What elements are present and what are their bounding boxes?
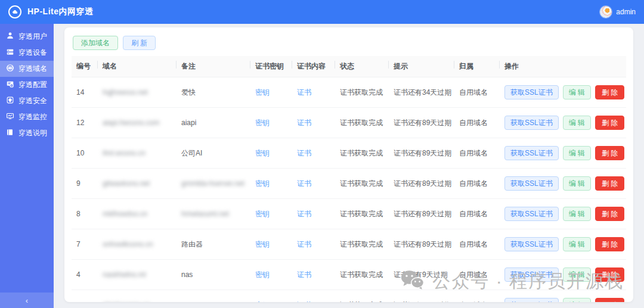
cell-id: 12 — [72, 108, 98, 138]
delete-button[interactable]: 删 除 — [595, 176, 624, 191]
cell-domain: mklhswdso.cn — [98, 199, 177, 229]
edit-button[interactable]: 编 辑 — [563, 298, 591, 302]
sidebar-collapse-button[interactable]: ‹ — [0, 293, 54, 308]
cell-tip: 证书还有89天过期 — [389, 169, 454, 199]
cert-key-link[interactable]: 密钥 — [255, 301, 270, 303]
row-actions: 获取SSL证书 编 辑 删 除 — [504, 116, 621, 130]
cert-key-link[interactable]: 密钥 — [255, 240, 270, 248]
col-tip: 提示 — [389, 56, 454, 77]
col-cert-key: 证书密钥 — [250, 56, 292, 77]
cert-content-link[interactable]: 证书 — [297, 149, 311, 157]
user-icon — [6, 32, 14, 42]
sidebar-item-security[interactable]: 穿透安全 — [0, 93, 54, 109]
sidebar-item-domains[interactable]: 穿透域名 — [0, 61, 54, 77]
row-actions: 获取SSL证书 编 辑 删 除 — [504, 146, 621, 160]
cert-content-link[interactable]: 证书 — [297, 179, 311, 188]
cell-domain: naskhwlno.ml — [98, 260, 177, 290]
cell-id: 8 — [72, 199, 98, 229]
app-header: HP-Lite内网穿透 admin — [0, 0, 644, 24]
wechat-icon — [399, 269, 425, 294]
username-label: admin — [616, 8, 636, 16]
sidebar-item-docs[interactable]: 穿透说明 — [0, 125, 54, 141]
cell-remark: qb — [177, 290, 250, 303]
sidebar-item-devices[interactable]: 穿透设备 — [0, 45, 54, 61]
delete-button[interactable]: 删 除 — [595, 237, 624, 251]
app-logo-icon — [8, 5, 21, 18]
cell-status: 证书获取完成 — [335, 260, 389, 290]
cell-remark: hmwlasuml.net — [177, 199, 250, 229]
edit-button[interactable]: 编 辑 — [563, 176, 591, 191]
edit-button[interactable]: 编 辑 — [563, 85, 591, 99]
col-id: 编号 — [72, 56, 98, 77]
cell-status: 证书获取完成 — [335, 169, 389, 199]
cell-status: 证书获取完成 — [335, 229, 389, 260]
col-owner: 归属 — [454, 56, 500, 77]
table-row: 14 hqjhxwsso.net 爱快 密钥 证书 证书获取完成 证书还有34天… — [72, 77, 626, 108]
edit-button[interactable]: 编 辑 — [563, 116, 591, 130]
edit-button[interactable]: 编 辑 — [563, 207, 591, 221]
cell-remark: 路由器 — [177, 229, 250, 260]
add-domain-button[interactable]: 添加域名 — [73, 36, 118, 50]
cell-remark: 爱快 — [177, 77, 250, 108]
cell-status: 证书获取完成 — [335, 108, 389, 138]
table-row: 12 aiapi.hwssno.com aiapi 密钥 证书 证书获取完成 证… — [72, 108, 626, 138]
book-icon — [6, 128, 14, 138]
domains-table: 编号 域名 备注 证书密钥 证书内容 状态 提示 归属 操作 14 hqjhxw… — [72, 56, 626, 302]
content-card: 添加域名 刷 新 编号 域名 备注 证书密钥 证书内容 状态 提示 归属 — [64, 27, 633, 302]
delete-button[interactable]: 删 除 — [595, 85, 624, 99]
avatar[interactable] — [600, 6, 612, 18]
cell-id: 10 — [72, 138, 98, 169]
col-cert-content: 证书内容 — [292, 56, 335, 77]
row-actions: 获取SSL证书 编 辑 删 除 — [504, 85, 621, 99]
get-ssl-cert-button[interactable]: 获取SSL证书 — [504, 237, 559, 251]
sidebar-item-users[interactable]: 穿透用户 — [0, 29, 54, 45]
refresh-button[interactable]: 刷 新 — [123, 36, 156, 50]
get-ssl-cert-button[interactable]: 获取SSL证书 — [504, 298, 559, 302]
delete-button[interactable]: 删 除 — [595, 298, 624, 302]
user-menu[interactable]: admin — [600, 6, 636, 18]
get-ssl-cert-button[interactable]: 获取SSL证书 — [504, 116, 559, 130]
cell-status: 证书获取完成 — [335, 199, 389, 229]
main-content: 添加域名 刷 新 编号 域名 备注 证书密钥 证书内容 状态 提示 归属 — [54, 24, 644, 308]
cert-content-link[interactable]: 证书 — [297, 270, 311, 279]
delete-button[interactable]: 删 除 — [595, 146, 624, 160]
table-row: 8 mklhswdso.cn hmwlasuml.net 密钥 证书 证书获取完… — [72, 199, 626, 229]
cell-status: 证书获取完成 — [335, 77, 389, 108]
cert-content-link[interactable]: 证书 — [297, 88, 311, 97]
edit-button[interactable]: 编 辑 — [563, 146, 591, 160]
sidebar-item-config[interactable]: 穿透配置 — [0, 77, 54, 93]
delete-button[interactable]: 删 除 — [595, 116, 624, 130]
cell-domain: hqjhxwsso.net — [98, 77, 177, 108]
cert-key-link[interactable]: 密钥 — [255, 149, 270, 157]
col-remark: 备注 — [177, 56, 250, 77]
cert-key-link[interactable]: 密钥 — [255, 88, 270, 97]
cert-key-link[interactable]: 密钥 — [255, 210, 270, 218]
cert-key-link[interactable]: 密钥 — [255, 270, 270, 279]
delete-button[interactable]: 删 除 — [595, 207, 624, 221]
cell-tip: 证书还有89天过期 — [389, 138, 454, 169]
toolbar: 添加域名 刷 新 — [72, 32, 626, 56]
cert-content-link[interactable]: 证书 — [297, 119, 311, 127]
shield-icon — [6, 96, 14, 106]
get-ssl-cert-button[interactable]: 获取SSL证书 — [504, 207, 559, 221]
cert-content-link[interactable]: 证书 — [297, 301, 311, 303]
get-ssl-cert-button[interactable]: 获取SSL证书 — [504, 176, 559, 191]
cert-key-link[interactable]: 密钥 — [255, 119, 270, 127]
sidebar-item-monitor[interactable]: 穿透监控 — [0, 109, 54, 125]
edit-button[interactable]: 编 辑 — [563, 237, 591, 251]
globe-icon — [6, 64, 14, 74]
cell-owner: 自用域名 — [454, 199, 500, 229]
col-status: 状态 — [335, 56, 389, 77]
cert-key-link[interactable]: 密钥 — [255, 179, 270, 188]
get-ssl-cert-button[interactable]: 获取SSL证书 — [504, 85, 559, 99]
table-row: 10 ihnl.wssno.cn 公司AI 密钥 证书 证书获取完成 证书还有8… — [72, 138, 626, 169]
watermark-text: 公众号 · 程序员开源栈 — [432, 269, 624, 294]
cell-remark: 公司AI — [177, 138, 250, 169]
cert-content-link[interactable]: 证书 — [297, 240, 311, 248]
cert-content-link[interactable]: 证书 — [297, 210, 311, 218]
cell-tip: 证书还有89天过期 — [389, 199, 454, 229]
device-icon — [6, 48, 14, 58]
get-ssl-cert-button[interactable]: 获取SSL证书 — [504, 146, 559, 160]
row-actions: 获取SSL证书 编 辑 删 除 — [504, 176, 621, 191]
cell-id: 7 — [72, 229, 98, 260]
